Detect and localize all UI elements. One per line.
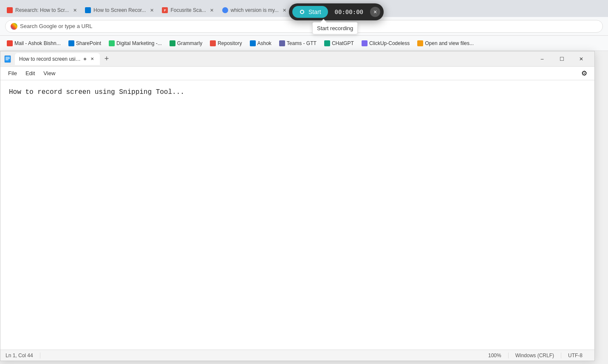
screen-recording-toolbar: Start 00:00:00 × <box>289 3 384 20</box>
bookmark-sharepoint-label: SharePoint <box>76 40 101 46</box>
record-icon-inner <box>301 11 303 13</box>
tab-title-1: Research: How to Scr... <box>15 7 69 13</box>
browser-tab-4[interactable]: which version is my... ✕ <box>219 3 291 17</box>
notepad-tab-label: How to record screen using Snippin <box>19 56 81 62</box>
tab-title-3: Focusrite Sca... <box>170 7 206 13</box>
bookmark-open-files[interactable]: Open and view files... <box>414 38 477 49</box>
address-bar-input-wrap[interactable]: Search Google or type a URL <box>5 20 603 33</box>
tab-title-2: How to Screen Recor... <box>93 7 146 13</box>
google-icon <box>11 23 17 30</box>
tab-favicon-3: F <box>162 7 168 13</box>
start-recording-tooltip: Start recording <box>312 22 358 34</box>
record-icon <box>299 9 305 15</box>
notepad-zoom-level: 100% <box>481 353 509 358</box>
bookmark-sharepoint[interactable]: SharePoint <box>65 38 105 49</box>
bookmark-marketing-label: Digital Marketing -... <box>116 40 162 46</box>
bookmark-clickup[interactable]: ClickUp-Codeless <box>358 38 413 49</box>
svg-rect-3 <box>6 59 8 60</box>
tab-favicon-4 <box>222 7 228 13</box>
tab-close-2[interactable]: ✕ <box>148 7 155 14</box>
svg-rect-2 <box>6 58 10 59</box>
notepad-encoding: UTF-8 <box>561 353 589 358</box>
tooltip-text: Start recording <box>317 25 353 31</box>
browser-tab-3[interactable]: F Focusrite Sca... ✕ <box>158 3 218 17</box>
notepad-line-ending: Windows (CRLF) <box>509 353 561 358</box>
tab-close-3[interactable]: ✕ <box>209 7 215 14</box>
notepad-tab-close[interactable]: ✕ <box>89 56 96 62</box>
bookmark-grammarly-label: Grammarly <box>177 40 202 46</box>
browser-tab-1[interactable]: Research: How to Scr... ✕ <box>3 3 82 17</box>
notepad-minimize-button[interactable]: – <box>532 52 552 66</box>
notepad-modified-dot <box>84 58 86 60</box>
tab-favicon-2 <box>85 7 91 13</box>
notepad-settings-button[interactable]: ⚙ <box>577 67 591 80</box>
tab-favicon-1 <box>7 7 13 13</box>
notepad-close-button[interactable]: ✕ <box>571 52 591 66</box>
notepad-edit-menu[interactable]: Edit <box>21 68 39 78</box>
bookmark-ashok[interactable]: Ashok <box>246 38 275 49</box>
browser-tab-2[interactable]: How to Screen Recor... ✕ <box>82 3 158 17</box>
notepad-tab[interactable]: How to record screen using Snippin ✕ <box>15 53 100 65</box>
notepad-window-controls: – ☐ ✕ <box>532 52 591 66</box>
start-button-label: Start <box>308 8 321 15</box>
bookmark-teams[interactable]: Teams - GTT <box>276 38 320 49</box>
bookmark-ashok-label: Ashok <box>257 40 271 46</box>
recording-timer: 00:00:00 <box>331 7 367 17</box>
bookmark-chatgpt-label: CHatGPT <box>332 40 354 46</box>
bookmark-chatgpt[interactable]: CHatGPT <box>321 38 357 49</box>
notepad-new-tab-button[interactable]: + <box>102 54 112 64</box>
tab-close-4[interactable]: ✕ <box>281 7 288 14</box>
notepad-statusbar: Ln 1, Col 44 100% Windows (CRLF) UTF-8 <box>0 350 594 361</box>
notepad-menubar: File Edit View ⚙ <box>0 67 594 80</box>
notepad-content-area[interactable]: How to record screen using Snipping Tool… <box>0 80 594 350</box>
tab-title-4: which version is my... <box>231 7 279 13</box>
close-toolbar-button[interactable]: × <box>370 7 380 17</box>
bookmark-repository[interactable]: Repository <box>206 38 245 49</box>
bookmark-repo-label: Repository <box>218 40 242 46</box>
bookmarks-bar: Mail - Ashok Bishn... SharePoint Digital… <box>0 36 608 51</box>
bookmark-mail[interactable]: Mail - Ashok Bishn... <box>3 38 64 49</box>
svg-rect-1 <box>6 57 10 58</box>
notepad-cursor-position: Ln 1, Col 44 <box>6 353 40 358</box>
bookmark-mail-label: Mail - Ashok Bishn... <box>14 40 61 46</box>
tab-close-1[interactable]: ✕ <box>71 7 78 14</box>
bookmark-clickup-label: ClickUp-Codeless <box>369 40 410 46</box>
bookmark-files-label: Open and view files... <box>425 40 474 46</box>
notepad-maximize-button[interactable]: ☐ <box>552 52 571 66</box>
notepad-view-menu[interactable]: View <box>39 68 59 78</box>
start-recording-button[interactable]: Start <box>292 6 328 18</box>
bookmark-digital-marketing[interactable]: Digital Marketing -... <box>105 38 165 49</box>
notepad-window: How to record screen using Snippin ✕ + –… <box>0 51 595 361</box>
bookmark-grammarly[interactable]: Grammarly <box>166 38 206 49</box>
address-bar-text: Search Google or type a URL <box>20 23 597 29</box>
notepad-titlebar: How to record screen using Snippin ✕ + –… <box>0 51 594 67</box>
notepad-file-menu[interactable]: File <box>4 68 21 78</box>
svg-rect-0 <box>5 56 11 62</box>
notepad-app-icon <box>4 55 11 63</box>
bookmark-teams-label: Teams - GTT <box>287 40 317 46</box>
